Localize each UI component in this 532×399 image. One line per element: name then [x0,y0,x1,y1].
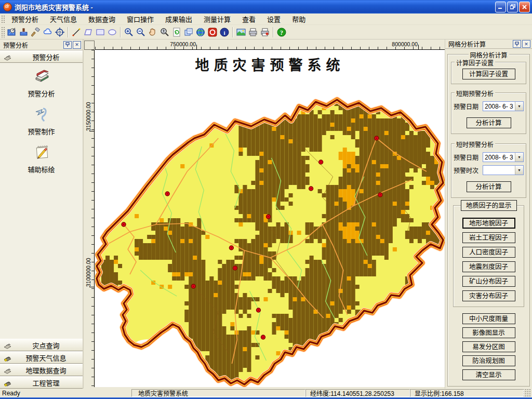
menu-weather-info[interactable]: 天气信息 [44,13,83,25]
print-button[interactable] [247,26,259,38]
menu-help[interactable]: 帮助 [286,13,311,25]
prevention-plan-button[interactable]: 防治规划图 [462,355,515,366]
svg-text:?: ? [280,29,283,36]
clear-display-button[interactable]: 清空显示 [462,369,515,380]
left-panel-close-button[interactable]: ✕ [73,41,81,49]
group-label: 预警天气信息 [12,353,79,363]
resize-grip[interactable] [524,389,531,397]
menu-window-operations[interactable]: 窗口操作 [121,13,159,25]
close-button[interactable] [519,2,530,12]
item-label: 辅助标绘 [28,164,55,174]
menu-settings[interactable]: 设置 [261,13,286,25]
group-label: 地理数据查询 [12,365,79,375]
factor-setting-groupbox: 计算因子设置 计算因子设置 [451,62,526,84]
cloud-icon [43,28,52,37]
zoom-in-button[interactable] [123,26,135,38]
print-preview-button[interactable] [259,26,271,38]
pan-button[interactable] [147,26,158,38]
short-term-date-label: 预警日期 [454,102,483,111]
map-canvas[interactable]: 地质灾害预警系统 [95,50,445,387]
group-project-management[interactable]: 工程管理 [0,376,83,389]
ellipse-tool-button[interactable] [106,26,118,38]
window-title: 浏阳市地质灾害预警系统 - [15,2,495,12]
population-density-factor-button[interactable]: 人口密度因子 [462,247,515,258]
geotech-factor-button[interactable]: 岩土工程因子 [462,232,515,243]
short-time-times-combo[interactable]: ▼ [483,165,524,175]
group-geo-data-query[interactable]: 地理数据查询 [0,364,83,376]
short-term-label: 短期预警分析 [455,89,495,98]
target-button[interactable] [54,26,65,38]
layers-icon [184,28,193,37]
printer-icon [248,28,258,37]
stamp-button[interactable] [18,26,30,38]
image-view-button[interactable] [235,26,247,38]
short-term-date-combo[interactable]: 2008- 6- 3 ▼ [483,101,524,111]
menu-measure-calc[interactable]: 测量计算 [198,13,236,25]
menu-grip[interactable] [1,15,5,23]
terrain-factor-button[interactable]: 地形地貌因子 [462,218,515,229]
rectangle-tool-button[interactable] [94,26,106,38]
polygon-tool-button[interactable] [82,26,94,38]
stop-button[interactable] [206,26,218,38]
chevron-down-icon[interactable]: ▼ [515,166,523,175]
menu-result-output[interactable]: 成果输出 [159,13,198,25]
project-stamp-icon [3,378,12,387]
svg-text:i: i [223,29,225,35]
refresh-button[interactable] [170,26,182,38]
disaster-distribution-factor-button[interactable]: 灾害分布因子 [462,290,515,301]
short-time-date-combo[interactable]: 2008- 6- 3 ▼ [483,152,524,162]
item-label: 预警分析 [28,88,55,98]
status-ready: Ready [1,389,131,397]
geo-factor-display-button[interactable]: 地质因子的显示 [461,200,517,211]
short-time-label: 短时预警分析 [455,140,495,149]
susceptibility-zoning-button[interactable]: 易发分区图 [462,341,515,352]
menu-warning-analysis[interactable]: 预警分析 [6,13,44,25]
mine-distribution-factor-button[interactable]: 矿山分布因子 [462,276,515,287]
status-bar: Ready 地质灾害预警系统 经纬度:114.140551,28.250253 … [0,389,532,397]
left-panel-pin-button[interactable] [63,41,72,49]
menu-view[interactable]: 查看 [236,13,261,25]
layers-button[interactable] [182,26,194,38]
image-display-button[interactable]: 影像图显示 [462,327,515,338]
short-term-date-value: 2008- 6- 3 [483,102,515,111]
chevron-down-icon[interactable]: ▼ [515,153,523,162]
hazard-map[interactable] [95,50,445,387]
short-term-analyze-button[interactable]: 分析计算 [467,117,511,128]
help-icon: ? [277,28,286,37]
group-warning-analysis[interactable]: 预警分析 [0,50,83,63]
chevron-down-icon[interactable]: ▼ [515,102,523,111]
restore-button[interactable] [507,2,518,12]
minimize-button[interactable] [495,2,506,12]
zoom-out-button[interactable] [135,26,147,38]
seismic-intensity-factor-button[interactable]: 地震烈度因子 [462,261,515,272]
group-label: 工程管理 [12,378,79,388]
line-tool-button[interactable] [70,26,82,38]
meso-scale-rainfall-button[interactable]: 中小尺度雨量 [462,313,515,324]
right-panel-pin-button[interactable] [513,40,521,48]
group-disaster-point-query[interactable]: 灾点查询 [0,339,83,351]
item-aux-plotting[interactable]: 辅助标绘 [10,143,73,174]
hammer-button[interactable] [30,26,42,38]
toolbar-separator [68,27,68,37]
toolbar-grip[interactable] [1,26,5,38]
globe-button[interactable] [194,26,206,38]
map-edit-button[interactable] [6,26,18,38]
short-time-analyze-button[interactable]: 分析计算 [467,181,511,192]
menu-data-query[interactable]: 数据查询 [83,13,121,25]
title-bar: 浏阳市地质灾害预警系统 - [0,0,532,14]
group-warning-analysis-label: 预警分析 [12,52,79,62]
zoom-extent-button[interactable] [158,26,170,38]
left-panel-items: 预警分析 预警制作 辅助标绘 [0,63,83,339]
cloud-button[interactable] [42,26,54,38]
group-warning-weather-info[interactable]: 预警天气信息 [0,351,83,364]
group-label: 灾点查询 [12,340,79,350]
item-warning-maker[interactable]: 预警制作 [10,105,73,136]
toolbar-separator [232,27,233,37]
factor-setting-button[interactable]: 计算因子设置 [462,69,515,79]
item-warning-analysis[interactable]: 预警分析 [10,68,73,98]
info-button[interactable]: i [218,26,230,38]
stamp-small-icon [3,365,12,375]
help-button[interactable]: ? [275,26,287,38]
hammer-icon [31,28,41,37]
right-panel-close-button[interactable]: ✕ [522,40,530,48]
